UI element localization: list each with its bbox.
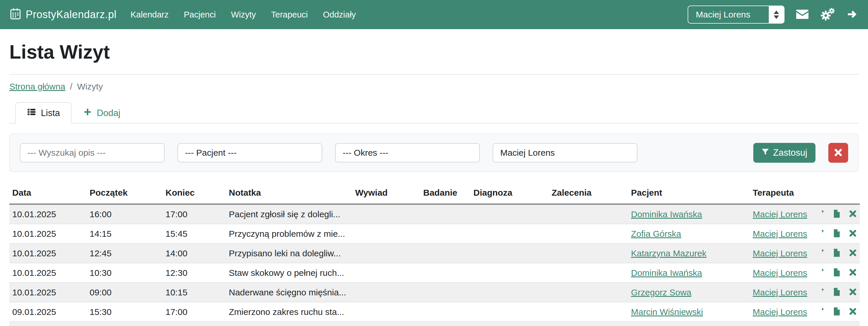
patient-select[interactable]: --- Pacjent --- (178, 143, 322, 162)
patient-link[interactable]: Marcin Wiśniewski (631, 307, 703, 317)
edit-button[interactable] (822, 209, 825, 219)
cell-actions (822, 204, 860, 224)
therapist-select[interactable]: Maciej Lorens (493, 143, 638, 162)
cell-zalecenia (549, 302, 628, 322)
edit-button[interactable] (822, 287, 825, 297)
therapist-link[interactable]: Maciej Lorens (753, 268, 807, 278)
cell-badanie (420, 263, 470, 283)
breadcrumb: Strona główna / Wizyty (9, 82, 859, 92)
document-button[interactable] (832, 209, 841, 219)
cell-poczatek: 10:30 (87, 263, 162, 283)
patient-link[interactable]: Katarzyna Mazurek (631, 249, 706, 258)
patient-link[interactable]: Grzegorz Sowa (631, 288, 691, 297)
x-icon (849, 229, 857, 238)
cell-zalecenia (549, 322, 628, 326)
delete-button[interactable] (849, 307, 857, 316)
patient-link[interactable]: Dominika Iwańska (631, 268, 702, 278)
patient-link[interactable]: Dominika Iwańska (631, 209, 702, 219)
brand-name: ProstyKalendarz.pl (26, 8, 117, 21)
delete-button[interactable] (849, 229, 857, 238)
cell-koniec: 14:00 (162, 243, 226, 263)
cell-actions (822, 243, 860, 263)
cell-diagnoza (470, 243, 549, 263)
cell-badanie (420, 204, 470, 224)
therapist-link[interactable]: Maciej Lorens (753, 229, 807, 238)
nav-item-terapeuci[interactable]: Terapeuci (271, 10, 308, 20)
delete-button[interactable] (849, 268, 857, 277)
cell-wywiad (352, 283, 420, 302)
visits-table: Data Początek Koniec Notatka Wywiad Bada… (9, 185, 860, 326)
cell-data: 09.01.2025 (9, 302, 87, 322)
cell-wywiad (352, 302, 420, 322)
cell-terapeuta: Maciej Lorens (750, 302, 822, 322)
cell-wywiad (352, 263, 420, 283)
table-row: 09.01.202513:3015:15Pacjent potrzebuje t… (9, 322, 860, 326)
edit-button[interactable] (822, 307, 825, 317)
document-button[interactable] (832, 287, 841, 297)
therapist-link[interactable]: Maciej Lorens (753, 209, 807, 219)
cell-badanie (420, 283, 470, 302)
settings-button[interactable] (820, 8, 835, 22)
therapist-select-value: Maciej Lorens (500, 148, 555, 158)
nav-item-wizyty[interactable]: Wizyty (231, 10, 256, 20)
apply-filters-button[interactable]: Zastosuj (753, 143, 815, 163)
table-row: 10.01.202514:1515:45Przyczyną problemów … (9, 224, 860, 243)
delete-button[interactable] (849, 210, 857, 219)
cell-badanie (420, 302, 470, 322)
cell-wywiad (352, 224, 420, 243)
tab-dodaj-label: Dodaj (97, 108, 120, 119)
pencil-icon (822, 307, 825, 317)
user-select-value: Maciej Lorens (688, 6, 769, 23)
cell-terapeuta: Maciej Lorens (750, 322, 822, 326)
cell-zalecenia (549, 263, 628, 283)
breadcrumb-current: Wizyty (77, 82, 103, 92)
document-button[interactable] (832, 307, 841, 317)
header-zalecenia: Zalecenia (549, 185, 628, 204)
header-data: Data (9, 185, 87, 204)
breadcrumb-home-link[interactable]: Strona główna (9, 82, 65, 92)
tab-dodaj[interactable]: Dodaj (71, 102, 132, 124)
pencil-icon (822, 287, 825, 297)
nav-item-oddzialy[interactable]: Oddziały (323, 10, 356, 20)
therapist-link[interactable]: Maciej Lorens (753, 249, 807, 258)
edit-button[interactable] (822, 268, 825, 278)
cell-data: 10.01.2025 (9, 283, 87, 302)
table-row: 10.01.202509:0010:15Naderwane ścięgno mi… (9, 283, 860, 302)
cell-diagnoza (470, 322, 549, 326)
table-body: 10.01.202516:0017:00Pacjent zgłosił się … (9, 204, 860, 326)
tab-lista-label: Lista (41, 108, 60, 119)
pencil-icon (822, 268, 825, 278)
therapist-link[interactable]: Maciej Lorens (753, 307, 807, 317)
cell-zalecenia (549, 283, 628, 302)
cell-actions (822, 224, 860, 243)
cell-poczatek: 15:30 (87, 302, 162, 322)
divider (9, 74, 859, 75)
tab-lista[interactable]: Lista (15, 102, 71, 124)
patient-link[interactable]: Zofia Górska (631, 229, 681, 238)
header-koniec: Koniec (162, 185, 226, 204)
header-poczatek: Początek (87, 185, 162, 204)
delete-button[interactable] (849, 249, 857, 258)
messages-button[interactable] (796, 10, 808, 20)
period-select[interactable]: --- Okres --- (335, 143, 480, 162)
document-button[interactable] (832, 248, 841, 258)
pencil-icon (822, 229, 825, 239)
x-icon (849, 288, 857, 297)
edit-button[interactable] (822, 248, 825, 258)
document-button[interactable] (832, 268, 841, 278)
logout-button[interactable] (846, 9, 858, 21)
table-row: 09.01.202515:3017:00Zmierzono zakres ruc… (9, 302, 860, 322)
document-icon (832, 209, 841, 219)
user-select[interactable]: Maciej Lorens (688, 5, 784, 24)
cell-pacjent: Dominika Iwańska (628, 204, 750, 224)
document-button[interactable] (832, 229, 841, 239)
therapist-link[interactable]: Maciej Lorens (753, 288, 807, 297)
edit-button[interactable] (822, 229, 825, 239)
brand-link[interactable]: ProstyKalendarz.pl (10, 8, 117, 21)
nav-item-pacjenci[interactable]: Pacjenci (184, 10, 216, 20)
nav-item-kalendarz[interactable]: Kalendarz (130, 10, 169, 20)
search-description-input[interactable] (20, 143, 165, 162)
clear-filters-button[interactable] (828, 143, 848, 163)
delete-button[interactable] (849, 288, 857, 297)
cell-pacjent: Zofia Górska (628, 224, 750, 243)
